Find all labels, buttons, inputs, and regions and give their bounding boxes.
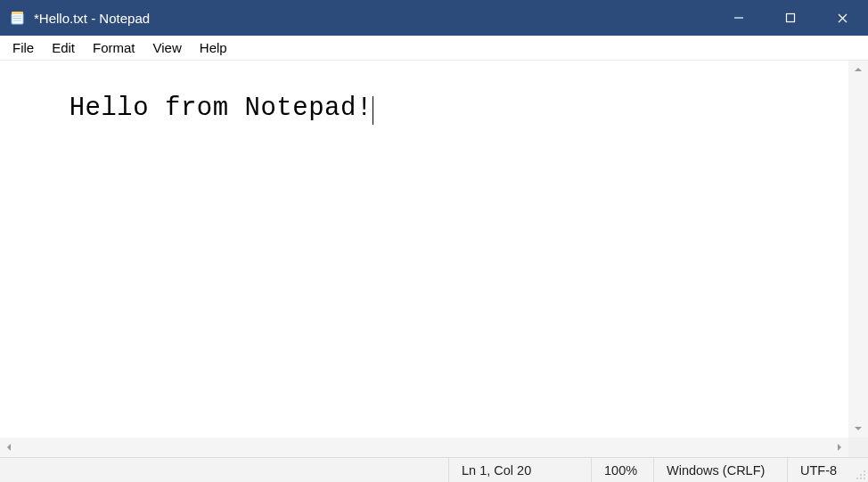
horizontal-scrollbar[interactable] bbox=[0, 437, 868, 457]
svg-point-11 bbox=[864, 474, 865, 476]
statusbar: Ln 1, Col 20 100% Windows (CRLF) UTF-8 bbox=[0, 457, 868, 482]
notepad-icon bbox=[9, 9, 27, 27]
menu-view[interactable]: View bbox=[144, 38, 191, 57]
svg-rect-0 bbox=[12, 13, 23, 24]
titlebar[interactable]: *Hello.txt - Notepad bbox=[0, 0, 868, 36]
close-button[interactable] bbox=[816, 0, 868, 36]
editor-area: Hello from Notepad! bbox=[0, 61, 868, 437]
scroll-down-icon[interactable] bbox=[848, 420, 868, 437]
menubar: File Edit Format View Help bbox=[0, 36, 868, 60]
text-caret bbox=[373, 96, 373, 125]
resize-grip-icon[interactable] bbox=[854, 468, 866, 480]
svg-rect-1 bbox=[12, 12, 23, 14]
editor-content: Hello from Notepad! bbox=[70, 94, 373, 123]
scroll-right-icon[interactable] bbox=[831, 437, 848, 457]
svg-point-13 bbox=[860, 478, 862, 479]
svg-point-10 bbox=[860, 474, 862, 476]
svg-rect-6 bbox=[787, 14, 795, 22]
scroll-up-icon[interactable] bbox=[848, 61, 868, 78]
menu-help[interactable]: Help bbox=[191, 38, 236, 57]
svg-point-14 bbox=[864, 478, 865, 479]
menu-edit[interactable]: Edit bbox=[43, 38, 84, 57]
scroll-left-icon[interactable] bbox=[0, 437, 18, 457]
status-spacer bbox=[0, 458, 449, 482]
status-line-ending: Windows (CRLF) bbox=[654, 458, 788, 482]
status-zoom: 100% bbox=[592, 458, 654, 482]
svg-point-12 bbox=[856, 478, 858, 479]
menu-file[interactable]: File bbox=[4, 38, 43, 57]
maximize-button[interactable] bbox=[765, 0, 816, 36]
menu-format[interactable]: Format bbox=[84, 38, 144, 57]
window-controls bbox=[713, 0, 868, 36]
minimize-button[interactable] bbox=[713, 0, 765, 36]
scrollbar-corner bbox=[848, 437, 868, 457]
status-position: Ln 1, Col 20 bbox=[449, 458, 592, 482]
vertical-scrollbar[interactable] bbox=[848, 61, 868, 437]
text-editor[interactable]: Hello from Notepad! bbox=[0, 61, 848, 437]
svg-point-9 bbox=[864, 470, 865, 472]
window-title: *Hello.txt - Notepad bbox=[34, 11, 150, 26]
